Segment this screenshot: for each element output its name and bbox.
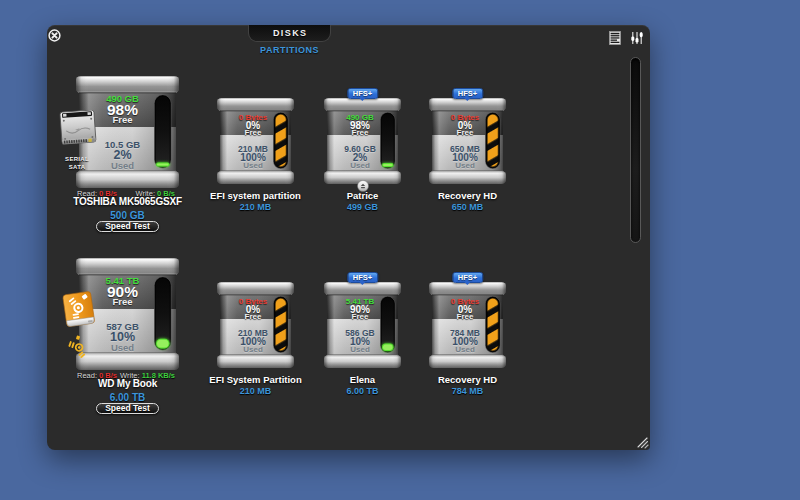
internal-hdd-icon (59, 110, 99, 158)
filesystem-badge: HFS+ (347, 88, 378, 99)
disk-card[interactable]: SERIALSATA 490 GB 98% Free 10.5 GB 2% Us… (76, 76, 179, 236)
used-lbl: Used (217, 346, 289, 354)
used-lbl: Used (324, 162, 396, 170)
partition-barrel-icon: 490 GB 98% Free 9.60 GB 2% Used (324, 98, 401, 184)
free-lbl: Free (429, 129, 501, 137)
capacity-readout: 0 Bytes 0% Free 784 MB 100% Used (429, 282, 506, 368)
external-drive-icon (61, 291, 101, 341)
filesystem-badge: HFS+ (452, 88, 483, 99)
speed-test-button[interactable]: Speed Test (96, 403, 159, 414)
free-lbl: Free (217, 313, 289, 321)
partition-capacity: 650 MB (398, 202, 537, 212)
partition-name: Recovery HD (398, 374, 537, 385)
free-lbl: Free (324, 129, 396, 137)
partitions-subtitle: PARTITIONS (228, 45, 351, 55)
filesystem-badge: HFS+ (452, 272, 483, 283)
disk-card[interactable]: 5.41 TB 90% Free 587 GB 10% Used Read: 0… (76, 258, 179, 418)
settings-sliders-icon[interactable] (630, 31, 644, 49)
used-lbl: Used (429, 162, 501, 170)
eject-button[interactable] (357, 178, 369, 196)
used-lbl: Used (324, 346, 396, 354)
partition-barrel-icon: 0 Bytes 0% Free 210 MB 100% Used (217, 98, 294, 184)
bus-type-label: SERIALSATA (55, 155, 99, 172)
partition-barrel-icon: 0 Bytes 0% Free 650 MB 100% Used (429, 98, 506, 184)
tab-disks-label: DISKS (273, 28, 308, 38)
app-window: DISKS PARTITIONS SERIALSATA 490 GB 98% F… (47, 25, 650, 450)
partition-card[interactable]: 0 Bytes 0% Free 210 MB 100% Used EFI sys… (217, 98, 294, 218)
used-lbl: Used (429, 346, 501, 354)
partition-barrel-icon: 0 Bytes 0% Free 210 MB 100% Used (217, 282, 294, 368)
partition-capacity: 784 MB (398, 386, 537, 396)
capacity-readout: 5.41 TB 90% Free 586 GB 10% Used (324, 282, 401, 368)
partition-card[interactable]: 0 Bytes 0% Free 210 MB 100% Used EFI Sys… (217, 282, 294, 402)
free-lbl: Free (217, 129, 289, 137)
disk-capacity: 6.00 TB (76, 392, 179, 403)
log-report-icon[interactable] (609, 31, 621, 49)
partition-card[interactable]: HFS+ 5.41 TB 90% Free 586 GB 10% Used El… (324, 282, 401, 402)
partition-barrel-icon: 5.41 TB 90% Free 586 GB 10% Used (324, 282, 401, 368)
capacity-readout: 490 GB 98% Free 9.60 GB 2% Used (324, 98, 401, 184)
filesystem-badge: HFS+ (347, 272, 378, 283)
capacity-readout: 0 Bytes 0% Free 650 MB 100% Used (429, 98, 506, 184)
partition-card[interactable]: HFS+ 0 Bytes 0% Free 784 MB 100% Used Re… (429, 282, 506, 402)
capacity-readout: 0 Bytes 0% Free 210 MB 100% Used (217, 98, 294, 184)
scrollbar-thumb[interactable] (630, 57, 641, 243)
firewire-icon (67, 335, 91, 363)
partition-card[interactable]: HFS+ 0 Bytes 0% Free 650 MB 100% Used Re… (429, 98, 506, 218)
partition-card[interactable]: HFS+ 490 GB 98% Free 9.60 GB 2% Used Pat… (324, 98, 401, 218)
partition-barrel-icon: 0 Bytes 0% Free 784 MB 100% Used (429, 282, 506, 368)
bus-line1: SERIAL (65, 156, 89, 162)
used-lbl: Used (217, 162, 289, 170)
free-lbl: Free (429, 313, 501, 321)
free-lbl: Free (324, 313, 396, 321)
desktop-background: DISKS PARTITIONS SERIALSATA 490 GB 98% F… (0, 0, 800, 500)
disk-capacity: 500 GB (76, 210, 179, 221)
speed-test-button[interactable]: Speed Test (96, 221, 159, 232)
capacity-readout: 0 Bytes 0% Free 210 MB 100% Used (217, 282, 294, 368)
resize-grip[interactable] (635, 435, 649, 449)
bus-line2: SATA (69, 164, 86, 170)
tab-disks[interactable]: DISKS (248, 25, 331, 42)
close-button[interactable] (48, 28, 61, 41)
partition-name: Recovery HD (398, 190, 537, 201)
